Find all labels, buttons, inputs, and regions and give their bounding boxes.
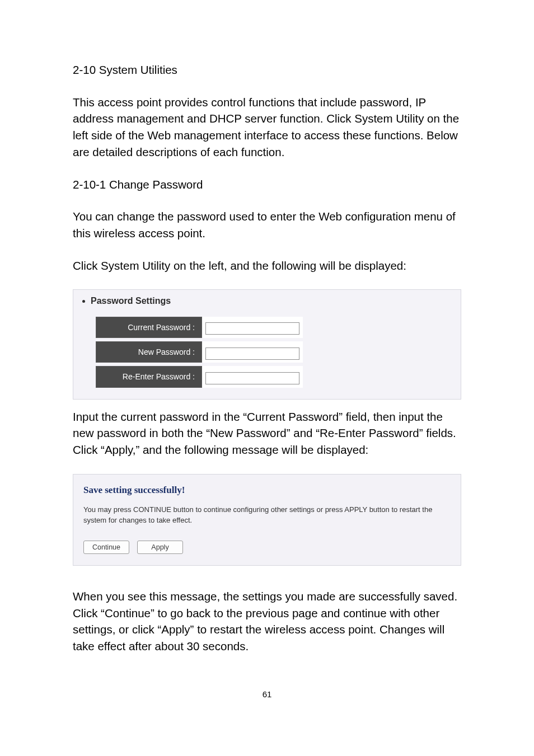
new-password-input[interactable] xyxy=(205,348,299,360)
table-row: Current Password : xyxy=(96,317,303,338)
reenter-password-cell xyxy=(202,366,303,387)
table-row: New Password : xyxy=(96,341,303,363)
apply-button[interactable]: Apply xyxy=(137,541,183,554)
password-settings-panel: Password Settings Current Password : New… xyxy=(73,289,461,399)
current-password-input[interactable] xyxy=(205,322,299,335)
save-setting-title: Save setting successfully! xyxy=(83,483,451,497)
password-settings-header: Password Settings xyxy=(80,292,454,313)
continue-button[interactable]: Continue xyxy=(83,541,129,554)
intro-paragraph: This access point provides control funct… xyxy=(73,94,461,161)
save-setting-panel: Save setting successfully! You may press… xyxy=(73,474,461,566)
click-instruction: Click System Utility on the left, and th… xyxy=(73,257,461,274)
new-password-label: New Password : xyxy=(96,341,202,363)
reenter-password-label: Re-Enter Password : xyxy=(96,366,202,387)
section-heading: 2-10 System Utilities xyxy=(73,62,461,78)
save-setting-message: You may press CONTINUE button to continu… xyxy=(83,505,451,526)
reenter-password-input[interactable] xyxy=(205,372,299,384)
bullet-icon xyxy=(82,300,85,303)
current-password-cell xyxy=(202,317,303,338)
password-settings-table: Current Password : New Password : Re-Ent… xyxy=(96,313,303,391)
page-number: 61 xyxy=(73,688,461,701)
current-password-label: Current Password : xyxy=(96,317,202,338)
table-row: Re-Enter Password : xyxy=(96,366,303,387)
button-row: Continue Apply xyxy=(83,541,451,554)
new-password-cell xyxy=(202,341,303,363)
after-save-paragraph: When you see this message, the settings … xyxy=(73,588,461,655)
change-password-intro: You can change the password used to ente… xyxy=(73,208,461,241)
password-settings-title: Password Settings xyxy=(91,294,171,307)
after-password-paragraph: Input the current password in the “Curre… xyxy=(73,408,461,458)
subsection-heading: 2-10-1 Change Password xyxy=(73,176,461,193)
